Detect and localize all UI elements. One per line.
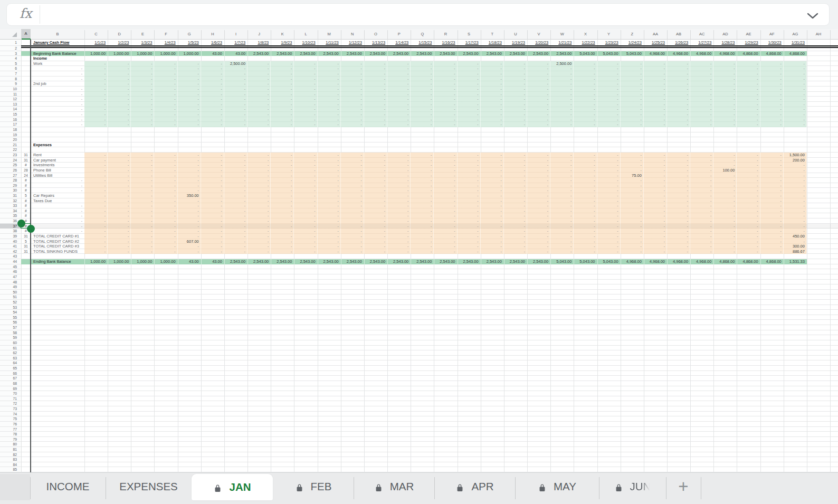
cell-B30[interactable]: - <box>31 188 84 193</box>
cell-AD15[interactable]: - <box>713 112 737 117</box>
cell-AG15[interactable]: - <box>784 112 807 117</box>
cell-P7[interactable]: - <box>387 71 411 77</box>
cell-H31[interactable]: - <box>201 193 224 198</box>
cell-AA11[interactable]: - <box>644 92 667 97</box>
cell-H16[interactable]: - <box>201 117 224 122</box>
cell-D23[interactable]: - <box>108 153 131 158</box>
cell-AE36[interactable]: - <box>737 218 760 224</box>
cell-F31[interactable]: - <box>154 193 177 198</box>
row-header-2[interactable]: 2 <box>0 46 21 51</box>
cell-H5[interactable]: - <box>201 61 224 66</box>
cell-H39[interactable]: - <box>201 234 224 239</box>
cell-A34[interactable]: # <box>21 208 31 214</box>
cell-Q13[interactable]: - <box>411 102 434 107</box>
cell-U15[interactable]: - <box>504 112 527 117</box>
row-header-61[interactable]: 61 <box>0 346 21 351</box>
cell-R16[interactable]: - <box>434 117 457 122</box>
cell-C23[interactable]: - <box>84 153 108 158</box>
row-header-76[interactable]: 76 <box>0 422 21 427</box>
cell-Q30[interactable]: - <box>411 188 434 193</box>
cell-AG29[interactable]: - <box>784 183 807 188</box>
cell-AA15[interactable]: - <box>644 112 667 117</box>
cell-Y14[interactable]: - <box>597 107 621 112</box>
cell-L15[interactable]: - <box>294 112 317 117</box>
column-header-H[interactable]: H <box>201 29 224 40</box>
cell-L42[interactable]: - <box>294 249 317 254</box>
cell-I30[interactable]: - <box>224 188 247 193</box>
cell-C13[interactable]: - <box>84 102 108 107</box>
cell-Y41[interactable]: - <box>597 244 621 249</box>
cell-V5[interactable]: - <box>527 61 550 66</box>
cell-P16[interactable]: - <box>387 117 411 122</box>
cell-P42[interactable]: - <box>387 249 411 254</box>
row-header-28[interactable]: 28 <box>0 178 21 183</box>
cell-AG17[interactable]: - <box>784 122 807 127</box>
cell-AD14[interactable]: - <box>713 107 737 112</box>
cell-I34[interactable]: - <box>224 208 247 214</box>
cell-AE31[interactable]: - <box>737 193 760 198</box>
cell-Q11[interactable]: - <box>411 92 434 97</box>
cell-G23[interactable]: - <box>178 153 201 158</box>
cell-Q25[interactable]: - <box>411 163 434 168</box>
cell-N17[interactable]: - <box>341 122 364 127</box>
cell-AE3[interactable]: 4,868.00 <box>737 51 760 56</box>
cell-AG12[interactable]: - <box>784 97 807 102</box>
cell-Q34[interactable]: - <box>411 208 434 214</box>
cell-AE10[interactable]: - <box>737 87 760 92</box>
cell-S10[interactable]: - <box>458 87 481 92</box>
cell-O15[interactable]: - <box>364 112 387 117</box>
cell-V36[interactable]: - <box>527 218 550 224</box>
cell-N30[interactable]: - <box>341 188 364 193</box>
cell-AA24[interactable]: - <box>644 158 667 163</box>
cell-W26[interactable]: - <box>550 168 574 173</box>
cell-R26[interactable]: - <box>434 168 457 173</box>
cell-B14[interactable]: - <box>31 107 84 112</box>
cell-AC38[interactable]: - <box>690 229 713 234</box>
cell-T41[interactable]: - <box>481 244 504 249</box>
cell-F3[interactable]: 1,000.00 <box>154 51 177 56</box>
cell-AB44[interactable]: 4,968.00 <box>667 259 690 264</box>
cell-AF17[interactable]: - <box>760 122 784 127</box>
cell-T33[interactable]: - <box>481 203 504 208</box>
cell-L32[interactable]: - <box>294 198 317 204</box>
cell-Y30[interactable]: - <box>597 188 621 193</box>
cell-L17[interactable]: - <box>294 122 317 127</box>
cell-J37[interactable]: - <box>247 224 271 229</box>
cell-C33[interactable]: - <box>84 203 108 208</box>
cell-U38[interactable]: - <box>504 229 527 234</box>
cell-J29[interactable]: - <box>247 183 271 188</box>
cell-P23[interactable]: - <box>387 153 411 158</box>
cell-Q27[interactable]: - <box>411 173 434 178</box>
cell-E10[interactable]: - <box>131 87 154 92</box>
cell-W31[interactable]: - <box>550 193 574 198</box>
cell-U33[interactable]: - <box>504 203 527 208</box>
cell-O41[interactable]: - <box>364 244 387 249</box>
sheet-tab-jan[interactable]: JAN <box>192 474 273 500</box>
column-header-V[interactable]: V <box>527 29 550 40</box>
cell-AE33[interactable]: - <box>737 203 760 208</box>
cell-Q17[interactable]: - <box>411 122 434 127</box>
cell-T12[interactable]: - <box>481 97 504 102</box>
cell-L41[interactable]: - <box>294 244 317 249</box>
column-header-U[interactable]: U <box>504 29 527 40</box>
cell-date-O1[interactable]: 1/13/23 <box>364 40 387 46</box>
cell-J27[interactable]: - <box>247 173 271 178</box>
cell-AA6[interactable]: - <box>644 66 667 71</box>
row-header-79[interactable]: 79 <box>0 437 21 442</box>
cell-AC35[interactable]: - <box>690 213 713 218</box>
cell-O10[interactable]: - <box>364 87 387 92</box>
cell-R33[interactable]: - <box>434 203 457 208</box>
cell-date-K1[interactable]: 1/9/23 <box>271 40 294 46</box>
cell-F33[interactable]: - <box>154 203 177 208</box>
cell-AB38[interactable]: - <box>667 229 690 234</box>
cell-AG7[interactable]: - <box>784 71 807 77</box>
cell-AB23[interactable]: - <box>667 153 690 158</box>
cell-Z9[interactable]: - <box>621 81 644 87</box>
cell-AC28[interactable]: - <box>690 178 713 183</box>
cell-AC37[interactable]: - <box>690 224 713 229</box>
row-header-78[interactable]: 78 <box>0 432 21 437</box>
cell-K34[interactable]: - <box>271 208 294 214</box>
cell-D41[interactable]: - <box>108 244 131 249</box>
row-header-69[interactable]: 69 <box>0 386 21 392</box>
cell-N36[interactable]: - <box>341 218 364 224</box>
